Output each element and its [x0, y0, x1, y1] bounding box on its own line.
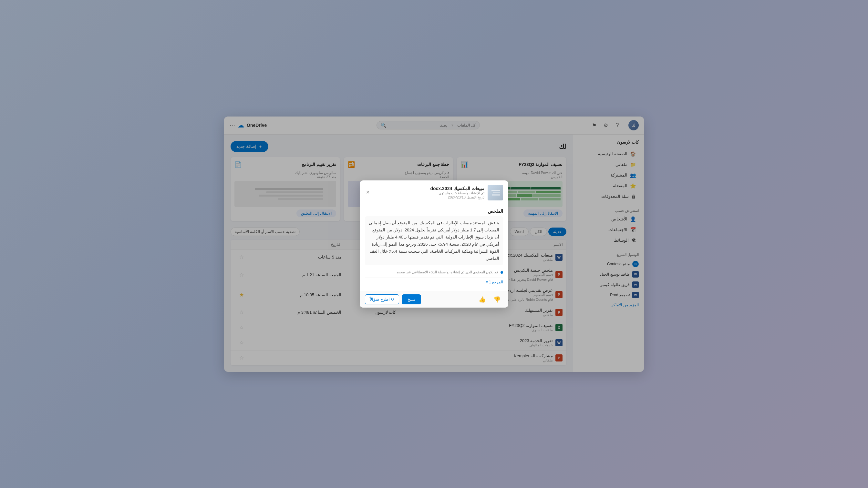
disclaimer-text: قد يكون المحتوى الذي تم إنشاءه بواسطة ال…: [397, 270, 498, 274]
popup-section-title: الملخص: [365, 208, 503, 214]
popup-disclaimer: قد يكون المحتوى الذي تم إنشاءه بواسطة ال…: [365, 268, 503, 276]
popup-file-info: مبيعات المكسيك 2024.docx تم الإنشاء بواس…: [430, 185, 503, 200]
popup-file-text: مبيعات المكسيك 2024.docx تم الإنشاء بواس…: [430, 186, 485, 199]
popup-close-button[interactable]: ×: [365, 188, 371, 197]
refresh-icon: ↻: [391, 297, 394, 302]
popup-body: الملخص يناقش المستند مبيعات الإطارات في …: [360, 204, 508, 291]
popup-summary-text: يناقش المستند مبيعات الإطارات في المكسيك…: [365, 216, 503, 266]
vote-icons: 👎 👍: [476, 295, 503, 304]
popup-file-thumb: [488, 185, 503, 200]
popup-modified-date: تاريخ التعديل 2024/20/10: [430, 195, 485, 199]
popup-overlay: مبيعات المكسيك 2024.docx تم الإنشاء بواس…: [0, 0, 868, 488]
popup-btn-group: نسخ ↻ اطرح سؤالاً: [365, 294, 421, 304]
popup-actions: 👎 👍 نسخ ↻ اطرح سؤالاً: [360, 291, 508, 307]
ask-question-button[interactable]: ↻ اطرح سؤالاً: [365, 294, 399, 304]
disclaimer-dot: [500, 271, 503, 274]
popup-file-title: مبيعات المكسيك 2024.docx: [430, 186, 485, 191]
popup: مبيعات المكسيك 2024.docx تم الإنشاء بواس…: [360, 181, 508, 308]
thumbs-up-button[interactable]: 👍: [476, 295, 488, 304]
popup-ref-link[interactable]: المرجع 1 ▾: [365, 278, 503, 286]
popup-created-by: تم الإنشاء بواسطة كات هاستوي: [430, 191, 485, 195]
thumbs-down-button[interactable]: 👎: [491, 295, 503, 304]
file-thumb-placeholder: [488, 185, 503, 200]
copy-button[interactable]: نسخ: [402, 294, 421, 304]
ask-question-label: اطرح سؤالاً: [370, 297, 390, 302]
popup-header: مبيعات المكسيك 2024.docx تم الإنشاء بواس…: [360, 181, 508, 204]
